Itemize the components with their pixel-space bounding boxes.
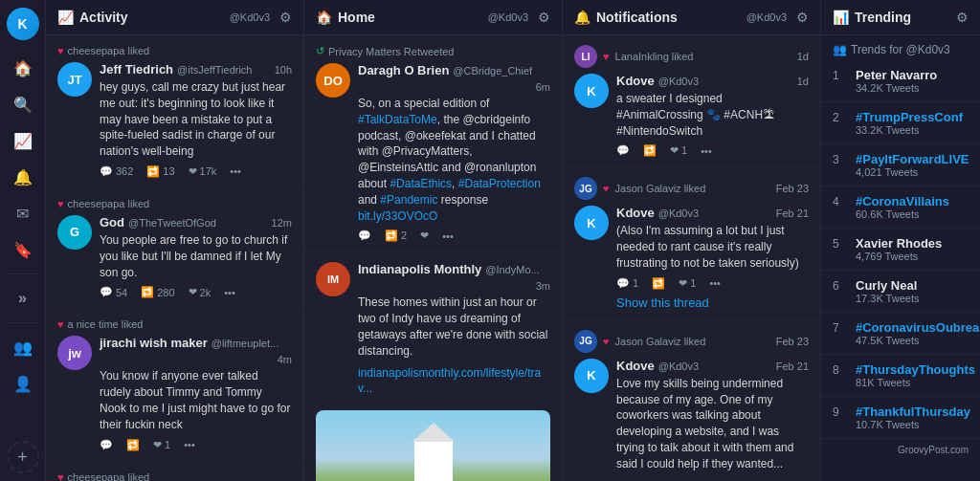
trending-settings-icon[interactable]: ⚙ xyxy=(956,10,969,25)
meta-text: cheesepapa liked xyxy=(68,471,150,481)
reply-action[interactable]: 💬 xyxy=(358,230,371,242)
home-header-icon: 🏠 xyxy=(316,10,332,25)
user-avatar[interactable]: K xyxy=(7,8,39,40)
retweet-action[interactable]: 🔁 280 xyxy=(141,286,174,298)
notifications-sidebar-icon[interactable]: 🔔 xyxy=(7,161,39,193)
messages-sidebar-icon[interactable]: ✉ xyxy=(7,197,39,230)
trend-number: 3 xyxy=(833,152,848,178)
add-column-button[interactable]: + xyxy=(7,441,39,473)
tweet-avatar[interactable]: IM xyxy=(316,262,350,296)
trend-content: Curly Neal 17.3K Tweets xyxy=(856,278,969,304)
tweet-handle: @TheTweetOfGod xyxy=(128,217,216,229)
tweet-meta: ↺ Privacy Matters Retweeted xyxy=(316,45,550,57)
tweet-text: You know if anyone ever talked rudely ab… xyxy=(100,368,292,432)
reply-action[interactable]: 💬 54 xyxy=(100,286,127,298)
trend-item[interactable]: 6 Curly Neal 17.3K Tweets xyxy=(821,271,980,313)
tweet-avatar[interactable]: K xyxy=(574,74,609,108)
bookmark-sidebar-icon[interactable]: 🔖 xyxy=(7,233,39,266)
trend-item[interactable]: 8 #ThursdayThoughts 81K Tweets xyxy=(821,355,980,397)
trend-item[interactable]: 9 #ThankfulThursday 10.7K Tweets xyxy=(821,397,980,439)
like-action[interactable]: ❤ 17k xyxy=(189,165,217,178)
trend-item[interactable]: 4 #CoronaVillains 60.6K Tweets xyxy=(821,186,980,229)
tweet-name[interactable]: jirachi wish maker xyxy=(100,336,208,350)
reply-action[interactable]: 💬 xyxy=(616,144,630,157)
tweet-name[interactable]: God xyxy=(100,215,124,230)
retweet-action[interactable]: 🔁 2 xyxy=(385,230,407,242)
trend-item[interactable]: 7 #CoronavirusOubreak 47.5K Tweets xyxy=(821,313,980,355)
tweet-content: jirachi wish maker @liftmeuplet... 4m Yo… xyxy=(100,336,292,450)
jason-avatar[interactable]: JG xyxy=(574,177,597,200)
like-action[interactable]: ❤ xyxy=(420,230,429,242)
tweet-link-3[interactable]: #DataProtection xyxy=(458,177,541,190)
tweet-name[interactable]: Kdove xyxy=(616,206,655,220)
tweet-name[interactable]: Daragh O Brien xyxy=(358,63,449,77)
reply-action[interactable]: 💬 xyxy=(100,439,113,451)
tweet-name[interactable]: Kdove xyxy=(616,74,655,88)
tweet-avatar[interactable]: DO xyxy=(316,63,350,98)
trend-name: #ThursdayThoughts xyxy=(856,362,975,377)
tweet-text: Love my skills being undermined because … xyxy=(616,376,809,472)
retweet-action[interactable]: 🔁 xyxy=(652,277,665,290)
trend-content: Xavier Rhodes 4,769 Tweets xyxy=(856,236,969,262)
tweet-time: Feb 21 xyxy=(776,361,809,372)
trend-count: 17.3K Tweets xyxy=(856,293,969,304)
home-sidebar-icon[interactable]: 🏠 xyxy=(7,52,39,84)
tweet-avatar[interactable]: G xyxy=(57,215,92,250)
more-action[interactable]: ••• xyxy=(224,287,235,298)
reply-action[interactable]: 💬 362 xyxy=(100,165,133,178)
show-thread-link[interactable]: Show this thread xyxy=(616,295,709,310)
trending-column-body: 👥 Trends for @Kd0v3 1 Peter Navarro 34.2… xyxy=(821,35,980,481)
like-action[interactable]: ❤ 1 xyxy=(670,144,687,157)
tweet-link-5[interactable]: bit.ly/33OVOcO xyxy=(358,209,437,223)
person-sidebar-icon[interactable]: 👤 xyxy=(7,367,39,400)
tweet-text: a sweater I designed #AnimalCrossing 🐾 #… xyxy=(616,91,809,139)
search-sidebar-icon[interactable]: 🔍 xyxy=(7,88,39,120)
tweet-avatar[interactable]: K xyxy=(574,206,609,240)
home-settings-icon[interactable]: ⚙ xyxy=(538,10,550,25)
home-column-header: 🏠 Home @Kd0v3 ⚙ xyxy=(304,0,562,35)
tweet-name[interactable]: Kdove xyxy=(616,359,655,373)
show-thread[interactable]: Show this thread xyxy=(616,295,809,310)
tweet-link-4[interactable]: #Pandemic xyxy=(380,193,437,207)
tweet-actions: 💬 1 🔁 ❤ 1 ••• xyxy=(616,277,809,290)
tweet-text: These homes within just an hour or two o… xyxy=(358,295,550,359)
activity-settings-icon[interactable]: ⚙ xyxy=(279,10,292,25)
trend-number: 4 xyxy=(833,194,848,220)
trend-name: Xavier Rhodes xyxy=(856,236,969,251)
trend-item[interactable]: 5 Xavier Rhodes 4,769 Tweets xyxy=(821,229,980,271)
retweet-action[interactable]: 🔁 13 xyxy=(146,165,174,178)
trend-name: #TrumpPressConf xyxy=(856,110,969,124)
indy-link[interactable]: indianapolismonthly.com/lifestyle/tra v.… xyxy=(358,366,541,396)
tweet-avatar[interactable]: JT xyxy=(57,62,92,97)
retweet-action[interactable]: 🔁 xyxy=(643,144,657,157)
lana-avatar[interactable]: LI xyxy=(574,45,597,68)
tweet-name[interactable]: Indianapolis Monthly xyxy=(358,262,481,276)
activity-column-handle: @Kd0v3 xyxy=(230,11,270,23)
like-action[interactable]: ❤ 1 xyxy=(153,439,170,451)
more-action[interactable]: ••• xyxy=(184,439,195,450)
more-action[interactable]: ••• xyxy=(709,277,721,289)
tweet-link[interactable]: #TalkDataToMe xyxy=(358,113,437,126)
people-sidebar-icon[interactable]: 👥 xyxy=(7,331,39,363)
tweet-link-2[interactable]: #DataEthics xyxy=(390,177,452,190)
tweet-card: ♥ cheesepapa liked G God @TheTweetOfGod … xyxy=(46,188,303,309)
notifications-settings-icon[interactable]: ⚙ xyxy=(796,10,809,25)
activity-column-title: Activity xyxy=(79,10,224,25)
reply-action[interactable]: 💬 1 xyxy=(616,277,638,290)
forward-sidebar-icon[interactable]: » xyxy=(7,282,39,315)
like-action[interactable]: ❤ 1 xyxy=(679,277,696,290)
activity-sidebar-icon[interactable]: 📈 xyxy=(7,124,39,157)
notif-meta: JG ♥ Jason Galaviz liked Feb 23 xyxy=(574,177,809,200)
trend-item[interactable]: 1 Peter Navarro 34.2K Tweets xyxy=(821,60,980,102)
retweet-action[interactable]: 🔁 xyxy=(126,439,140,451)
jason-avatar-2[interactable]: JG xyxy=(574,330,597,353)
trend-item[interactable]: 3 #PayItForwardLIVE 4,021 Tweets xyxy=(821,144,980,186)
trend-item[interactable]: 2 #TrumpPressConf 33.2K Tweets xyxy=(821,102,980,144)
more-action[interactable]: ••• xyxy=(230,165,241,177)
tweet-name[interactable]: Jeff Tiedrich xyxy=(100,62,173,77)
more-action[interactable]: ••• xyxy=(701,145,712,157)
tweet-avatar[interactable]: jw xyxy=(57,336,92,370)
like-action[interactable]: ❤ 2k xyxy=(189,286,212,298)
tweet-avatar[interactable]: K xyxy=(574,359,609,393)
more-action[interactable]: ••• xyxy=(442,230,454,242)
